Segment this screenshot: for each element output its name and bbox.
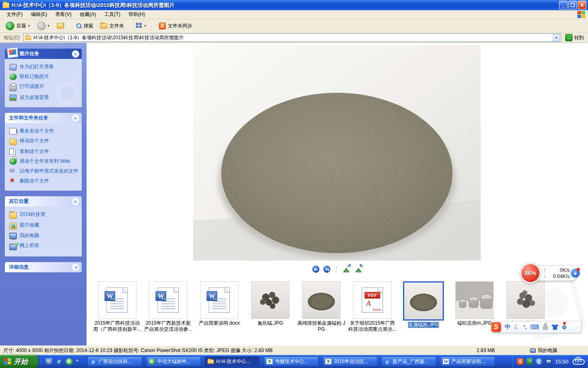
sync-icon: S bbox=[159, 22, 166, 29]
ie-icon[interactable]: e bbox=[56, 358, 62, 365]
file-thumbnail-selected[interactable]: 金属锰粉.JPG bbox=[399, 281, 448, 332]
settings-wrench-icon[interactable]: ⚙ bbox=[561, 323, 568, 331]
views-icon bbox=[136, 23, 143, 29]
previous-image-button[interactable] bbox=[312, 266, 319, 273]
collapse-chevron-icon[interactable]: « bbox=[72, 50, 79, 58]
skin-icon[interactable] bbox=[552, 325, 558, 330]
place-network[interactable]: 网上邻居 bbox=[9, 241, 80, 252]
task-publish-web[interactable]: 将这个文件发布到 Web bbox=[9, 157, 80, 166]
file-name[interactable]: 锰铝压块m.JPG bbox=[457, 320, 492, 326]
menu-view[interactable]: 查看(V) bbox=[51, 10, 76, 19]
rotate-clockwise-button[interactable]: ↻ bbox=[354, 266, 363, 272]
clock[interactable]: 15:50 bbox=[555, 359, 568, 365]
expand-chevron-icon[interactable]: « bbox=[72, 264, 79, 271]
taskbar-button[interactable]: e 广西自治区科... bbox=[87, 357, 142, 366]
task-delete-file[interactable]: 删除这个文件 bbox=[9, 176, 80, 186]
other-places-header[interactable]: 其它位置 « bbox=[5, 196, 82, 206]
green-browser-icon[interactable]: e bbox=[66, 358, 73, 365]
file-name[interactable]: 金属锰粉.JPG bbox=[408, 322, 439, 328]
toolbar: ← 后退▼ →▼ 搜索 文件夹 ▼ S 文件夹同步 bbox=[0, 19, 588, 33]
task-email-file[interactable]: 以电子邮件形式发送此文件 bbox=[9, 166, 80, 176]
my-computer-icon bbox=[9, 233, 17, 239]
hide-icons-chevron[interactable]: ❮ bbox=[536, 358, 542, 365]
file-thumbnail[interactable]: 高纯级脱氢金属锰粉.JPG bbox=[296, 281, 346, 332]
place-my-pictures[interactable]: 图片收藏 bbox=[9, 220, 80, 231]
my-pictures-icon bbox=[9, 223, 17, 229]
taskbar-button[interactable]: W 产品简要说明.... bbox=[440, 357, 495, 366]
taskbar-button[interactable]: e 新产品_广西新... bbox=[381, 357, 436, 366]
task-view-slideshow[interactable]: 作为幻灯片查看 bbox=[9, 62, 80, 72]
search-button[interactable]: 搜索 bbox=[74, 21, 96, 31]
memory-usage-ball[interactable]: 86% bbox=[520, 263, 541, 283]
restore-button[interactable]: ❐ bbox=[568, 1, 577, 9]
start-button[interactable]: 开始 bbox=[0, 355, 38, 368]
speed-widget[interactable]: ↑ 0K/s ↓ 0.04K/s 86% + bbox=[520, 263, 580, 283]
address-input[interactable]: H:\4-技术中心\（1-9）各项科技活动\2015科技周\科技活动周所需图片 … bbox=[23, 34, 561, 42]
panel-details: 详细信息 « bbox=[5, 262, 82, 272]
menu-favorites[interactable]: 收藏(A) bbox=[76, 10, 100, 19]
up-button[interactable] bbox=[54, 22, 67, 30]
views-button[interactable]: ▼ bbox=[134, 22, 149, 30]
file-name[interactable]: 关于组织2015年广西科技活动周重点展示... bbox=[347, 320, 397, 332]
rotate-counterclockwise-button[interactable]: ↺ bbox=[342, 266, 350, 272]
ime-mode-toggle[interactable]: 中 bbox=[505, 323, 510, 331]
quick-launch-overflow-chevron[interactable]: » bbox=[76, 358, 78, 363]
details-header[interactable]: 详细信息 « bbox=[5, 262, 82, 272]
cloud-sync-icon[interactable]: ? bbox=[572, 358, 584, 365]
file-thumbnail[interactable]: 氮化锰.JPG bbox=[245, 281, 295, 332]
collapse-chevron-icon[interactable]: « bbox=[72, 198, 79, 205]
address-dropdown[interactable]: ▼ bbox=[553, 34, 560, 41]
taskbar-button-active[interactable]: H:\4-技术中心... bbox=[205, 357, 260, 366]
punctuation-toggle[interactable]: °, bbox=[523, 324, 526, 330]
close-button[interactable]: ✕ bbox=[578, 1, 586, 9]
collapse-chevron-icon[interactable]: « bbox=[72, 114, 79, 122]
my-computer-icon bbox=[530, 348, 536, 353]
file-thumbnail[interactable]: PDFAAdobe 关于组织2015年广西科技活动周重点展示... bbox=[347, 281, 397, 332]
file-thumbnail[interactable]: W 2015年广西新技术新产品展示交流活动参... bbox=[143, 281, 193, 332]
fullwidth-moon-icon[interactable]: ☾ bbox=[514, 323, 519, 331]
place-my-computer[interactable]: 我的电脑 bbox=[9, 231, 80, 241]
menu-help[interactable]: 帮助(H) bbox=[125, 10, 149, 19]
taskbar-button[interactable]: X 韦慷技术中心... bbox=[264, 357, 318, 366]
accelerate-plus-icon[interactable]: + bbox=[571, 269, 580, 278]
back-button[interactable]: ← 后退▼ bbox=[3, 20, 33, 31]
file-name[interactable]: 2015年广西科技活动周（广西科技创新平... bbox=[92, 320, 142, 332]
taskbar-button[interactable]: X 2015年自治区... bbox=[323, 357, 377, 366]
filmstrip-controls: ↺ ↻ bbox=[87, 264, 588, 274]
minimize-button[interactable]: _ bbox=[559, 1, 568, 9]
go-button[interactable]: → 转到 bbox=[563, 34, 586, 41]
file-name[interactable]: 氮化锰.JPG bbox=[258, 320, 283, 326]
file-thumbnail[interactable]: W 2015年广西科技活动周（广西科技创新平... bbox=[92, 281, 142, 332]
menu-tools[interactable]: 工具(T) bbox=[100, 10, 124, 19]
manganese-powder-photo bbox=[193, 45, 481, 260]
folder-sync-button[interactable]: S 文件夹同步 bbox=[156, 21, 195, 31]
place-2015-tech-week[interactable]: 2015科技周 bbox=[9, 210, 80, 220]
outlook-icon[interactable]: O bbox=[45, 358, 52, 365]
task-move-file[interactable]: 移动这个文件 bbox=[9, 136, 80, 147]
menu-file[interactable]: 文件(F) bbox=[2, 10, 27, 19]
network-tray-icon[interactable] bbox=[546, 359, 552, 364]
soft-keyboard-icon[interactable]: ⌨ bbox=[530, 323, 539, 331]
forward-button[interactable]: →▼ bbox=[35, 20, 53, 31]
account-icon[interactable] bbox=[543, 325, 548, 330]
file-name[interactable]: 2015年广西新技术新产品展示交流活动参... bbox=[143, 320, 193, 332]
next-image-button[interactable] bbox=[323, 266, 330, 273]
preview-image[interactable] bbox=[193, 45, 481, 260]
safely-remove-hardware-icon[interactable]: ⇡ bbox=[527, 358, 532, 365]
menu-edit[interactable]: 编辑(E) bbox=[27, 10, 51, 19]
task-pane: 图片任务 « 作为幻灯片查看 联机订购照片 打印该图片 bbox=[0, 43, 87, 346]
task-rename-file[interactable]: 重命名这个文件 bbox=[9, 126, 80, 136]
file-thumbnail[interactable]: W 产品简要说明.docx bbox=[194, 281, 244, 332]
file-name[interactable]: 产品简要说明.docx bbox=[199, 320, 240, 326]
task-copy-file[interactable]: 复制这个文件 bbox=[9, 147, 80, 157]
sogou-tray-icon[interactable]: S bbox=[517, 358, 523, 365]
picture-tasks-header[interactable]: 图片任务 « bbox=[5, 49, 82, 59]
file-tasks-header[interactable]: 文件和文件夹任务 « bbox=[5, 113, 82, 123]
file-name[interactable]: 高纯级脱氢金属锰粉.JPG bbox=[296, 320, 346, 332]
folder-icon bbox=[207, 359, 214, 364]
sogou-logo-icon[interactable]: S bbox=[491, 322, 501, 332]
folders-button[interactable]: 文件夹 bbox=[98, 21, 127, 31]
task-order-prints[interactable]: 联机订购照片 bbox=[9, 72, 80, 82]
taskbar-button[interactable]: e 中信大锰邮件... bbox=[146, 357, 201, 366]
quick-launch: O e e » bbox=[40, 358, 82, 365]
